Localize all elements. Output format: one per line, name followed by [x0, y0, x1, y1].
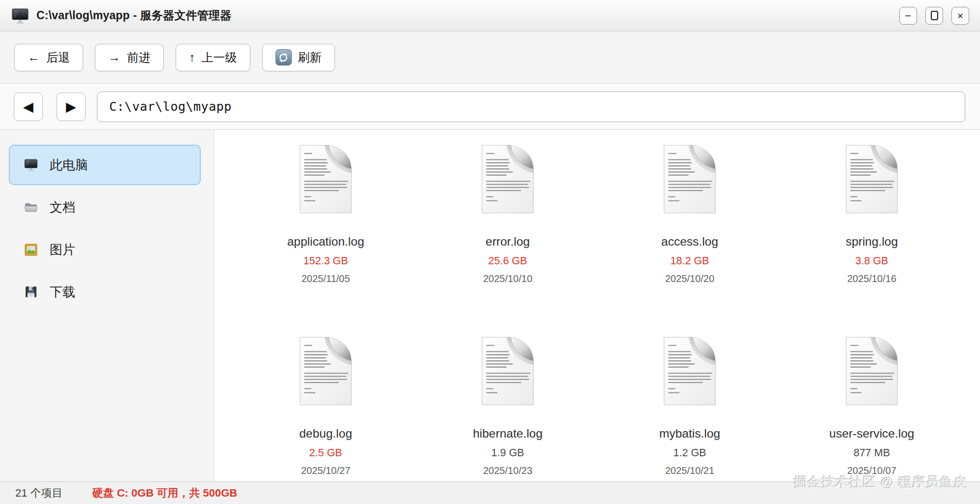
sidebar-item-this-pc[interactable]: 此电脑 [9, 145, 201, 185]
file-name: user-service.log [829, 427, 915, 441]
file-name: access.log [661, 235, 718, 249]
refresh-button[interactable]: 刷新 [262, 44, 335, 71]
nav-forward-icon: ▶ [66, 99, 76, 115]
floppy-disk-icon [24, 284, 38, 299]
file-size: 1.2 GB [674, 447, 706, 459]
sidebar-item-label: 图片 [50, 241, 75, 258]
file-size: 2.5 GB [309, 447, 342, 459]
document-icon [476, 143, 539, 215]
back-label: 后退 [46, 50, 70, 65]
file-size: 152.3 GB [304, 255, 348, 267]
file-size: 25.6 GB [489, 255, 527, 267]
nav-back-button[interactable]: ◀ [14, 93, 43, 121]
file-item[interactable]: spring.log 3.8 GB 2025/10/16 [781, 143, 963, 335]
file-item[interactable]: debug.log 2.5 GB 2025/10/27 [235, 335, 417, 504]
back-arrow-icon: ← [28, 50, 40, 64]
file-grid: application.log 152.3 GB 2025/11/05 erro… [214, 130, 980, 481]
document-icon [840, 143, 903, 215]
file-name: spring.log [846, 235, 898, 249]
file-item[interactable]: error.log 25.6 GB 2025/10/10 [417, 143, 599, 335]
titlebar: C:\var\log\myapp - 服务器文件管理器 − × [0, 0, 980, 32]
file-date: 2025/10/16 [847, 273, 896, 284]
file-date: 2025/10/21 [665, 465, 714, 476]
up-label: 上一级 [202, 50, 237, 65]
document-icon [476, 335, 539, 407]
nav-back-icon: ◀ [23, 99, 33, 115]
minimize-icon: − [905, 10, 911, 21]
refresh-icon [276, 49, 292, 65]
sidebar-item-downloads[interactable]: 下载 [9, 272, 201, 312]
computer-icon [11, 6, 30, 25]
file-size: 877 MB [854, 447, 890, 459]
close-icon: × [957, 10, 963, 21]
maximize-icon [931, 11, 938, 20]
file-date: 2025/10/27 [301, 465, 350, 476]
document-icon [658, 143, 721, 215]
up-level-button[interactable]: ↑ 上一级 [176, 44, 250, 71]
document-icon [294, 335, 357, 407]
file-date: 2025/10/20 [665, 273, 714, 284]
file-item[interactable]: hibernate.log 1.9 GB 2025/10/23 [417, 335, 599, 504]
content-area: 此电脑 文档 图片 [0, 130, 980, 481]
file-manager-window: C:\var\log\myapp - 服务器文件管理器 − × ← 后退 → 前… [0, 0, 980, 504]
file-date: 2025/10/07 [847, 465, 896, 476]
forward-label: 前进 [127, 50, 151, 65]
file-name: error.log [486, 235, 530, 249]
file-date: 2025/10/23 [483, 465, 532, 476]
file-size: 3.8 GB [856, 255, 888, 267]
monitor-icon [24, 158, 38, 172]
forward-button[interactable]: → 前进 [95, 44, 164, 71]
folder-icon [24, 200, 38, 215]
sidebar-item-label: 下载 [50, 284, 75, 301]
sidebar: 此电脑 文档 图片 [0, 130, 214, 481]
file-name: hibernate.log [473, 427, 543, 441]
back-button[interactable]: ← 后退 [14, 44, 83, 71]
file-date: 2025/10/10 [483, 273, 532, 284]
document-icon [840, 335, 903, 407]
minimize-button[interactable]: − [899, 7, 917, 25]
path-input[interactable]: C:\var\log\myapp [97, 92, 965, 122]
file-item[interactable]: user-service.log 877 MB 2025/10/07 [781, 335, 963, 504]
items-count: 21 个项目 [15, 486, 63, 501]
file-date: 2025/11/05 [302, 273, 350, 284]
maximize-button[interactable] [925, 7, 943, 25]
file-name: mybatis.log [659, 427, 720, 441]
document-icon [658, 335, 721, 407]
sidebar-item-pictures[interactable]: 图片 [9, 229, 201, 270]
file-item[interactable]: mybatis.log 1.2 GB 2025/10/21 [599, 335, 781, 504]
picture-icon [24, 242, 38, 257]
sidebar-item-label: 此电脑 [50, 157, 88, 174]
document-icon [294, 143, 357, 215]
sidebar-item-label: 文档 [50, 199, 75, 216]
file-item[interactable]: access.log 18.2 GB 2025/10/20 [599, 143, 781, 335]
address-bar: ◀ ▶ C:\var\log\myapp [0, 84, 980, 130]
file-name: debug.log [299, 427, 352, 441]
close-button[interactable]: × [951, 7, 969, 25]
disk-usage-warning: 硬盘 C: 0GB 可用，共 500GB [92, 486, 238, 501]
up-arrow-icon: ↑ [189, 50, 195, 64]
window-title: C:\var\log\myapp - 服务器文件管理器 [36, 8, 892, 23]
sidebar-item-documents[interactable]: 文档 [9, 187, 201, 227]
file-item[interactable]: application.log 152.3 GB 2025/11/05 [235, 143, 417, 335]
refresh-label: 刷新 [298, 50, 322, 65]
file-size: 18.2 GB [671, 255, 709, 267]
toolbar: ← 后退 → 前进 ↑ 上一级 刷新 [0, 32, 980, 84]
file-name: application.log [287, 235, 365, 249]
forward-arrow-icon: → [108, 50, 121, 64]
nav-forward-button[interactable]: ▶ [57, 93, 86, 121]
window-controls: − × [899, 7, 969, 25]
file-size: 1.9 GB [491, 447, 524, 459]
